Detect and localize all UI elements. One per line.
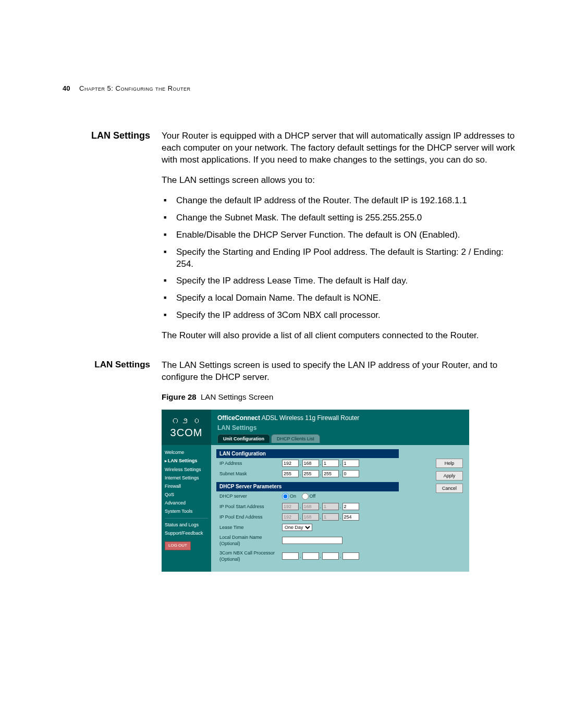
list-item: Specify the Starting and Ending IP Pool … [174,246,521,270]
label-local-domain: Local Domain Name (Optional) [219,534,282,547]
local-domain-input[interactable] [282,537,342,544]
pool-start-2 [302,503,319,510]
label-ip-address: IP Address [219,460,282,466]
mask-octet-3[interactable] [322,470,339,477]
dhcp-radio-group: On Off [282,493,320,500]
sidebar-item-firewall[interactable]: Firewall [165,482,208,490]
sidebar-item-wireless-settings[interactable]: Wireless Settings [165,465,208,474]
paragraph: The LAN Settings screen is used to speci… [162,360,521,384]
pool-end-field: . . . [282,513,359,521]
section-lan-settings: LAN Settings Your Router is equipped wit… [63,130,521,350]
logo-icon: ೧೨ ೦ [170,416,202,426]
subsection-content: The LAN Settings screen is used to speci… [162,360,521,571]
sidebar-item-status-logs[interactable]: Status and Logs [165,521,208,529]
figure-caption: Figure 28 LAN Settings Screen [162,392,521,402]
nbx-ip-field: . . . [282,552,359,560]
sidebar-item-support-feedback[interactable]: Support/Feedback [165,529,208,537]
section-lan-settings-detail: LAN Settings The LAN Settings screen is … [63,360,521,571]
brand-text: 3COM [170,426,203,440]
paragraph: The LAN settings screen allows you to: [162,175,521,187]
chapter-header: Chapter 5: Configuring the Router [79,84,190,92]
nbx-3[interactable] [322,552,339,560]
help-button[interactable]: Help [436,459,463,468]
tab-unit-configuration[interactable]: Unit Configuration [217,434,270,443]
figure-label: Figure 28 [162,392,197,401]
product-rest: ADSL Wireless 11g Firewall Router [262,414,360,422]
lease-time-select[interactable]: One Day [282,524,312,531]
mask-octet-4[interactable] [342,470,359,477]
row-ip-address: IP Address . . . [216,458,399,468]
pool-start-4[interactable] [342,503,359,510]
section-heading: LAN Settings [63,130,162,141]
document-page: 40 Chapter 5: Configuring the Router LAN… [0,0,563,728]
pool-end-2 [302,513,319,521]
mask-octet-2[interactable] [302,470,319,477]
row-pool-end: IP Pool End Address . . . [216,512,399,522]
sidebar-nav: Welcome LAN Settings Wireless Settings I… [162,445,211,572]
router-body: Welcome LAN Settings Wireless Settings I… [162,445,469,572]
product-bold: OfficeConnect [217,414,260,422]
panel-title-dhcp-params: DHCP Server Parameters [216,482,399,491]
sidebar-item-system-tools[interactable]: System Tools [165,507,208,515]
nbx-1[interactable] [282,552,299,560]
page-number: 40 [63,84,70,92]
panel-title-lan-config: LAN Configuration [216,449,399,459]
label-dhcp-server: DHCP server [219,493,282,499]
tab-bar: Unit Configuration DHCP Clients List [217,434,463,443]
sidebar-item-internet-settings[interactable]: Internet Settings [165,474,208,482]
nbx-2[interactable] [302,552,319,560]
router-page-title: LAN Settings [217,424,463,432]
ip-octet-3[interactable] [322,460,339,467]
cancel-button[interactable]: Cancel [436,484,463,493]
pool-start-1 [282,503,299,510]
lan-settings-screenshot: ೧೨ ೦ 3COM OfficeConnect ADSL Wireless 11… [162,410,469,571]
sidebar-item-qos[interactable]: QoS [165,490,208,499]
router-main-panel: LAN Configuration IP Address . . . [211,445,469,572]
ip-octet-1[interactable] [282,460,299,467]
radio-dhcp-off[interactable]: Off [302,493,316,499]
label-pool-end: IP Pool End Address [219,514,282,520]
radio-off-input[interactable] [302,493,309,500]
action-buttons: Help Apply Cancel [436,459,463,493]
sidebar-item-lan-settings[interactable]: LAN Settings [165,456,208,465]
figure-title: LAN Settings Screen [201,392,273,401]
ip-octet-4[interactable] [342,460,359,467]
nav-divider [165,518,208,519]
pool-end-3 [322,513,339,521]
label-lease-time: Lease Time [219,524,282,530]
logout-button[interactable]: LOG OUT [165,541,191,550]
ip-octet-2[interactable] [302,460,319,467]
pool-end-1 [282,513,299,521]
tab-dhcp-clients-list[interactable]: DHCP Clients List [271,434,320,443]
list-item: Specify a local Domain Name. The default… [174,292,521,304]
running-header: 40 Chapter 5: Configuring the Router [63,84,191,92]
paragraph: Your Router is equipped with a DHCP serv… [162,130,521,166]
subsection-heading: LAN Settings [63,360,162,370]
sidebar-item-advanced[interactable]: Advanced [165,499,208,507]
sidebar-item-welcome[interactable]: Welcome [165,448,208,456]
ip-address-field: . . . [282,460,359,467]
row-pool-start: IP Pool Start Address . . . [216,501,399,512]
product-title: OfficeConnect ADSL Wireless 11g Firewall… [217,414,463,422]
list-item: Enable/Disable the DHCP Server Function.… [174,229,521,241]
paragraph: The Router will also provide a list of a… [162,330,521,342]
pool-start-3 [322,503,339,510]
subnet-mask-field: . . . [282,470,359,477]
label-pool-start: IP Pool Start Address [219,503,282,510]
mask-octet-1[interactable] [282,470,299,477]
feature-list: Change the default IP address of the Rou… [162,195,521,322]
radio-on-input[interactable] [282,493,289,500]
row-local-domain: Local Domain Name (Optional) [216,533,399,548]
section-content: Your Router is equipped with a DHCP serv… [162,130,521,350]
label-nbx: 3Com NBX Call Processor (Optional) [219,550,282,562]
pool-end-4[interactable] [342,513,359,521]
row-subnet-mask: Subnet Mask . . . [216,468,399,479]
title-area: OfficeConnect ADSL Wireless 11g Firewall… [211,410,469,445]
nbx-4[interactable] [342,552,359,560]
radio-dhcp-on[interactable]: On [282,493,296,499]
row-nbx: 3Com NBX Call Processor (Optional) . . . [216,548,399,564]
list-item: Specify the IP address Lease Time. The d… [174,275,521,287]
apply-button[interactable]: Apply [436,471,463,480]
pool-start-field: . . . [282,503,359,510]
row-lease-time: Lease Time One Day [216,522,399,533]
